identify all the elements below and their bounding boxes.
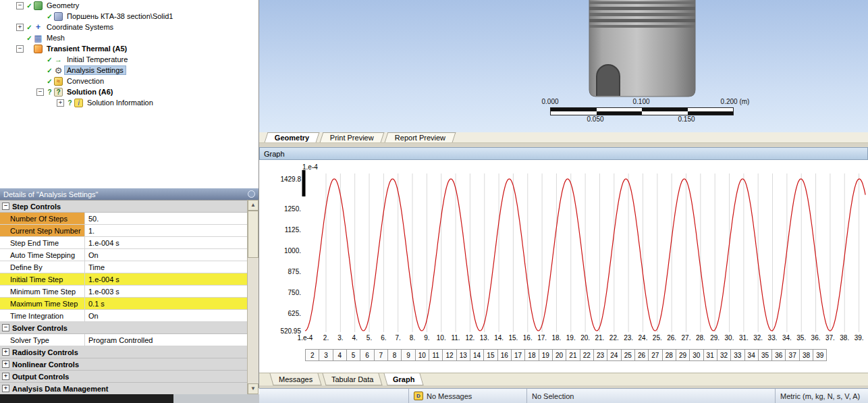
step-cell-10[interactable]: 10 — [415, 349, 429, 361]
geometry-viewport[interactable]: 0.000 0.100 0.200 (m) 0.050 0.150 — [259, 0, 868, 132]
step-cell-33[interactable]: 33 — [730, 349, 744, 361]
tree-item-label[interactable]: Solution (A6) — [65, 88, 115, 96]
step-cell-16[interactable]: 16 — [497, 349, 512, 361]
tree-item-transient-thermal-a5[interactable]: −Transient Thermal (A5) — [0, 43, 259, 54]
tab-report-preview[interactable]: Report Preview — [385, 132, 456, 142]
tree-item-label[interactable]: Поршень КТА-38 section\Solid1 — [65, 12, 175, 20]
step-cell-37[interactable]: 37 — [785, 349, 799, 361]
step-cell-18[interactable]: 18 — [524, 349, 539, 361]
field-value[interactable]: 0.1 s — [85, 298, 247, 309]
pin-icon[interactable] — [248, 190, 255, 198]
chart-area[interactable]: 1429.81250.1125.1000.875.750.625.520.951… — [259, 160, 868, 373]
expand-icon[interactable]: + — [16, 24, 24, 31]
expand-icon[interactable]: + — [2, 348, 9, 356]
step-cell-21[interactable]: 21 — [566, 349, 580, 361]
step-cell-39[interactable]: 39 — [813, 349, 827, 361]
step-cell-6[interactable]: 6 — [360, 349, 374, 361]
step-cell-8[interactable]: 8 — [387, 349, 402, 361]
tree-item-label[interactable]: Coordinate Systems — [45, 23, 115, 31]
tree-item-convection[interactable]: ✓≈Convection — [0, 76, 259, 86]
step-cell-27[interactable]: 27 — [648, 349, 662, 361]
step-cell-28[interactable]: 28 — [662, 349, 676, 361]
status-units-segment[interactable]: Metric (m, kg, N, s, V, A) — [775, 389, 868, 403]
tree-item-label[interactable]: Geometry — [45, 1, 81, 9]
tree-item-geometry[interactable]: −✓Geometry — [0, 0, 259, 11]
step-cell-9[interactable]: 9 — [401, 349, 415, 361]
tree-item-analysis-settings[interactable]: ✓⚙Analysis Settings — [0, 65, 259, 76]
step-cell-24[interactable]: 24 — [607, 349, 621, 361]
step-cell-30[interactable]: 30 — [689, 349, 703, 361]
collapse-icon[interactable]: − — [16, 45, 24, 53]
step-cell-3[interactable]: 3 — [319, 349, 333, 361]
details-section-step-controls[interactable]: −Step Controls — [0, 200, 247, 213]
scroll-up-icon[interactable]: ▲ — [248, 200, 259, 211]
field-value[interactable]: Program Controlled — [85, 334, 247, 346]
tree-item-label[interactable]: Solution Information — [85, 99, 155, 107]
step-cell-14[interactable]: 14 — [470, 349, 484, 361]
tree-item-coordinate-systems[interactable]: +✓+Coordinate Systems — [0, 22, 259, 32]
tree-item-label[interactable]: Initial Temperature — [65, 55, 130, 63]
scrollbar-thumb[interactable] — [248, 211, 259, 258]
details-section-output-controls[interactable]: +Output Controls — [0, 371, 247, 383]
step-cell-32[interactable]: 32 — [717, 349, 731, 361]
tab-geometry[interactable]: Geometry — [265, 132, 320, 142]
tab-messages[interactable]: Messages — [269, 373, 321, 385]
step-cell-35[interactable]: 35 — [758, 349, 772, 361]
field-value[interactable]: 50. — [85, 213, 247, 224]
field-value[interactable]: 1.e-004 s — [85, 237, 247, 248]
tree-item-mesh[interactable]: ✓▦Mesh — [0, 32, 259, 43]
scroll-down-icon[interactable]: ▼ — [248, 383, 259, 394]
step-cell-15[interactable]: 15 — [483, 349, 497, 361]
step-cell-19[interactable]: 19 — [539, 349, 553, 361]
step-cell-13[interactable]: 13 — [456, 349, 470, 361]
tree-item-label[interactable]: Transient Thermal (A5) — [45, 45, 129, 53]
step-cell-5[interactable]: 5 — [346, 349, 360, 361]
tab-graph[interactable]: Graph — [383, 373, 424, 385]
tree-item-solution-a6[interactable]: −??Solution (A6) — [0, 86, 259, 97]
step-cell-29[interactable]: 29 — [676, 349, 690, 361]
expand-icon[interactable]: + — [2, 373, 9, 380]
expand-icon[interactable]: + — [57, 99, 64, 107]
collapse-icon[interactable]: − — [2, 324, 9, 331]
collapse-icon[interactable]: − — [2, 203, 9, 210]
tree-item-38-section-solid1[interactable]: ✓Поршень КТА-38 section\Solid1 — [0, 11, 259, 22]
step-cell-7[interactable]: 7 — [374, 349, 388, 361]
step-cell-22[interactable]: 22 — [580, 349, 594, 361]
step-cell-34[interactable]: 34 — [744, 349, 759, 361]
tab-tabular-data[interactable]: Tabular Data — [323, 373, 383, 385]
field-value[interactable]: Time — [85, 261, 247, 273]
tree-item-solution-information[interactable]: +?iSolution Information — [0, 97, 259, 108]
collapse-icon[interactable]: − — [16, 2, 24, 9]
tree-item-label[interactable]: Analysis Settings — [65, 66, 126, 74]
step-cell-11[interactable]: 11 — [429, 349, 443, 361]
step-cell-38[interactable]: 38 — [799, 349, 813, 361]
expand-icon[interactable]: + — [2, 385, 9, 392]
collapse-icon[interactable]: − — [36, 88, 44, 96]
step-cell-36[interactable]: 36 — [771, 349, 786, 361]
step-cell-26[interactable]: 26 — [634, 349, 649, 361]
field-value[interactable]: On — [85, 249, 247, 261]
field-value[interactable]: 1. — [85, 225, 247, 236]
step-cell-2[interactable]: 2 — [305, 349, 319, 361]
step-cell-12[interactable]: 12 — [442, 349, 456, 361]
status-messages-segment[interactable]: D No Messages — [408, 389, 526, 403]
step-cell-25[interactable]: 25 — [621, 349, 635, 361]
details-scrollbar[interactable]: ▲ ▼ — [247, 200, 259, 394]
details-section-radiosity-controls[interactable]: +Radiosity Controls — [0, 346, 247, 358]
field-value[interactable]: On — [85, 310, 247, 321]
expand-icon[interactable]: + — [2, 360, 9, 368]
step-cell-4[interactable]: 4 — [333, 349, 347, 361]
field-value[interactable]: 1.e-003 s — [85, 286, 247, 297]
details-section-nonlinear-controls[interactable]: +Nonlinear Controls — [0, 358, 247, 371]
details-section-analysis-data-management[interactable]: +Analysis Data Management — [0, 383, 247, 394]
tree-item-label[interactable]: Convection — [65, 77, 106, 85]
field-value[interactable]: 1.e-004 s — [85, 273, 247, 285]
step-cell-20[interactable]: 20 — [552, 349, 566, 361]
step-cell-23[interactable]: 23 — [593, 349, 607, 361]
tree-item-label[interactable]: Mesh — [45, 34, 67, 42]
tree-item-initial-temperature[interactable]: ✓→Initial Temperature — [0, 54, 259, 65]
step-cell-31[interactable]: 31 — [703, 349, 717, 361]
tab-print-preview[interactable]: Print Preview — [320, 132, 385, 142]
step-cell-17[interactable]: 17 — [511, 349, 525, 361]
details-section-solver-controls[interactable]: −Solver Controls — [0, 322, 247, 334]
